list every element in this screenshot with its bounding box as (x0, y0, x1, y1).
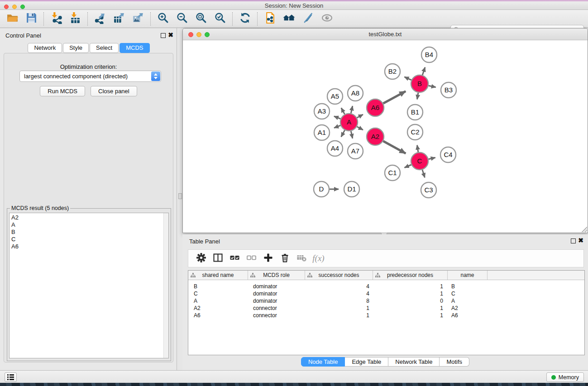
graph-node-B1[interactable]: B1 (407, 105, 423, 120)
graph-edge-A-A7[interactable] (351, 131, 353, 138)
graph-edge-A-A1[interactable] (334, 125, 340, 128)
graph-edge-B-B1[interactable] (417, 93, 418, 100)
tab-select[interactable]: Select (90, 43, 119, 53)
table-cell[interactable]: A (188, 297, 248, 305)
graph-edge-B-B3[interactable] (429, 86, 436, 87)
graph-node-A5[interactable]: A5 (327, 89, 343, 104)
table-row[interactable]: Adominator80A (188, 297, 584, 305)
table-cell[interactable]: A2 (448, 305, 488, 312)
graph-node-A7[interactable]: A7 (348, 143, 363, 159)
column-header-mcds-role[interactable]: MCDS role (248, 271, 305, 280)
graph-edge-C-C1[interactable] (405, 165, 411, 168)
graph-node-C3[interactable]: C3 (421, 182, 436, 198)
tab-mcds[interactable]: MCDS (120, 43, 149, 53)
toolbar-button-home[interactable] (279, 11, 298, 27)
graph-node-A4[interactable]: A4 (327, 141, 343, 156)
tab-network[interactable]: Network (28, 43, 62, 53)
table-cell[interactable]: A6 (448, 312, 488, 319)
graph-node-D1[interactable]: D1 (344, 181, 359, 197)
toolbar-button-export-table[interactable] (110, 11, 129, 27)
table-row[interactable]: A2connector11A2 (188, 305, 584, 312)
toolbar-button-export-image[interactable] (129, 11, 148, 27)
graph-edge-A2-C[interactable] (383, 141, 406, 153)
minimize-window-icon[interactable] (12, 5, 17, 9)
zoom-window-icon[interactable] (20, 5, 25, 9)
toolbar-button-zoom-selected[interactable] (210, 11, 229, 27)
toolbar-button-cybrowser[interactable] (260, 11, 279, 27)
graph-edge-B-B2[interactable] (404, 77, 411, 80)
network-canvas[interactable]: B4 B2 B B3 A8 A5 A6 A3 B1 A A1 C2 A2 (183, 40, 588, 233)
toolbar-button-import-network[interactable] (47, 11, 66, 27)
table-cell[interactable]: C (188, 290, 248, 297)
table-toolbar-button-function-builder[interactable]: f(x) (310, 251, 327, 266)
list-scrollbar[interactable] (163, 213, 168, 358)
close-panel-button[interactable]: Close panel (91, 86, 137, 96)
table-cell[interactable]: B (448, 283, 488, 290)
toolbar-button-toggle-annotations[interactable] (298, 11, 317, 27)
graph-node-B2[interactable]: B2 (385, 64, 400, 79)
table-cell[interactable]: A6 (188, 312, 248, 319)
table-cell[interactable]: 4 (305, 283, 373, 290)
criterion-dropdown[interactable]: largest connected component (directed) (19, 71, 161, 82)
table-cell[interactable]: A (448, 297, 488, 305)
graph-edge-A-A2[interactable] (357, 127, 363, 130)
table-toolbar-button-add-column[interactable] (260, 251, 277, 266)
graph-edge-A-A3[interactable] (334, 116, 341, 119)
tab-node-table[interactable]: Node Table (301, 357, 345, 367)
graph-edge-A6-B[interactable] (383, 91, 406, 104)
table-cell[interactable]: dominator (248, 283, 305, 290)
tab-network-table[interactable]: Network Table (388, 357, 440, 367)
graph-node-A3[interactable]: A3 (314, 104, 330, 119)
table-toolbar-button-delete-table[interactable] (293, 251, 310, 266)
toolbar-button-open-file[interactable] (3, 11, 22, 27)
table-cell[interactable]: 1 (373, 305, 448, 312)
table-cell[interactable]: A2 (188, 305, 248, 312)
toolbar-button-save-session[interactable] (22, 11, 41, 27)
graph-edge-A-A6[interactable] (357, 114, 363, 118)
window-resize-grip[interactable] (582, 227, 587, 232)
table-cell[interactable]: 8 (305, 297, 373, 305)
table-cell[interactable]: connector (248, 312, 305, 319)
graph-edge-B-B4[interactable] (422, 67, 425, 75)
table-toolbar-button-show-columns[interactable] (210, 251, 226, 266)
toolbar-button-zoom-in[interactable] (153, 11, 172, 27)
table-row[interactable]: Cdominator41C (188, 290, 584, 297)
mcds-result-item[interactable]: A2 (11, 214, 168, 221)
close-panel-icon[interactable]: ✖ (168, 31, 173, 38)
close-network-window-icon[interactable] (188, 32, 193, 37)
toolbar-button-refresh[interactable] (235, 11, 254, 27)
graph-edge-A-A5[interactable] (341, 108, 345, 114)
graph-edge-C-C4[interactable] (429, 157, 435, 159)
graph-node-A8[interactable]: A8 (348, 86, 363, 101)
column-header-shared-name[interactable]: shared name (188, 271, 248, 280)
table-cell[interactable]: dominator (248, 297, 305, 305)
tab-style[interactable]: Style (63, 43, 89, 53)
graph-node-A1[interactable]: A1 (314, 125, 330, 140)
memory-button[interactable]: Memory (546, 372, 584, 382)
table-cell[interactable]: 1 (305, 312, 373, 319)
table-toolbar-button-settings-gear[interactable] (193, 251, 210, 266)
close-window-icon[interactable] (4, 5, 9, 9)
mcds-result-item[interactable]: A6 (11, 243, 168, 250)
toolbar-button-export-network[interactable] (91, 11, 110, 27)
mcds-result-item[interactable]: A (11, 221, 168, 229)
table-toolbar-button-deselect-all[interactable] (243, 251, 260, 266)
table-cell[interactable]: 1 (305, 305, 373, 312)
graph-node-B3[interactable]: B3 (441, 82, 456, 98)
table-cell[interactable]: 0 (373, 297, 448, 305)
graph-node-D[interactable]: D (314, 181, 329, 197)
table-cell[interactable]: C (448, 290, 488, 297)
toolbar-button-toggle-bird-view[interactable] (317, 11, 336, 27)
graph-node-C[interactable]: C (411, 152, 428, 170)
vertical-splitter-handle[interactable] (178, 193, 182, 199)
graph-node-B[interactable]: B (411, 75, 428, 92)
toolbar-button-zoom-fit[interactable] (191, 11, 210, 27)
table-cell[interactable]: connector (248, 305, 305, 312)
column-header-name[interactable]: name (448, 271, 488, 280)
graph-edge-A-A8[interactable] (351, 106, 353, 113)
table-cell[interactable]: 4 (305, 290, 373, 297)
graph-edge-C-C2[interactable] (417, 145, 418, 152)
table-toolbar-button-delete-columns[interactable] (277, 251, 293, 266)
automation-panel-button[interactable] (5, 372, 17, 382)
table-row[interactable]: Bdominator41B (188, 283, 584, 290)
